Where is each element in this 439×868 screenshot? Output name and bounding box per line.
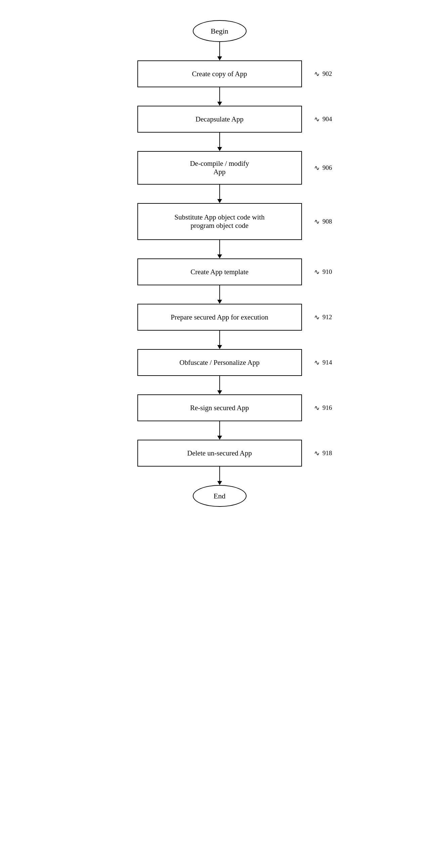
arrow-head-6 <box>217 345 222 349</box>
wavy-910: ∿ <box>314 268 320 276</box>
arrow-head-3 <box>217 199 222 203</box>
arrow-line-5 <box>220 285 220 300</box>
process-label-908: Substitute App object code with program … <box>174 213 264 230</box>
wavy-912: ∿ <box>314 313 320 321</box>
arrow-head-7 <box>217 391 222 394</box>
wavy-906: ∿ <box>314 164 320 172</box>
arrow-head-8 <box>217 436 222 440</box>
step-label-910: ∿ 910 <box>314 268 332 276</box>
process-box-912: Prepare secured App for execution <box>137 304 302 331</box>
process-label-918: Delete un-secured App <box>187 449 252 458</box>
wavy-904: ∿ <box>314 115 320 123</box>
arrow-3 <box>217 185 222 203</box>
step-label-918: ∿ 918 <box>314 449 332 457</box>
step-number-904: 904 <box>322 116 332 123</box>
process-box-910: Create App template <box>137 258 302 285</box>
process-box-916: Re-sign secured App <box>137 394 302 421</box>
arrow-head-0 <box>217 56 222 60</box>
step-wrapper-910: Create App template ∿ 910 <box>137 258 302 285</box>
arrow-head-9 <box>217 481 222 485</box>
arrow-2 <box>217 132 222 151</box>
process-box-918: Delete un-secured App <box>137 440 302 467</box>
arrow-line-2 <box>220 132 220 147</box>
process-box-914: Obfuscate / Personalize App <box>137 349 302 376</box>
step-number-908: 908 <box>322 218 332 225</box>
process-box-902: Create copy of App <box>137 60 302 87</box>
process-label-916: Re-sign secured App <box>190 404 249 412</box>
step-number-916: 916 <box>322 404 332 411</box>
process-label-912: Prepare secured App for execution <box>171 313 268 321</box>
process-label-906: De-compile / modify App <box>190 159 249 176</box>
arrow-line-6 <box>220 331 220 345</box>
process-box-906: De-compile / modify App <box>137 151 302 185</box>
wavy-918: ∿ <box>314 449 320 457</box>
step-wrapper-914: Obfuscate / Personalize App ∿ 914 <box>137 349 302 376</box>
step-label-914: ∿ 914 <box>314 359 332 367</box>
arrow-line-4 <box>220 240 220 254</box>
arrow-line-1 <box>220 87 220 102</box>
process-label-902: Create copy of App <box>192 70 247 78</box>
arrow-0 <box>217 42 222 60</box>
step-label-908: ∿ 908 <box>314 217 332 225</box>
arrow-line-8 <box>220 421 220 436</box>
step-number-912: 912 <box>322 313 332 321</box>
arrow-6 <box>217 331 222 349</box>
arrow-line-0 <box>220 42 220 56</box>
arrow-line-3 <box>220 185 220 199</box>
flowchart-container: Begin Create copy of App ∿ 902 Decapsula… <box>85 0 354 527</box>
arrow-1 <box>217 87 222 106</box>
wavy-914: ∿ <box>314 359 320 367</box>
step-wrapper-908: Substitute App object code with program … <box>137 203 302 240</box>
step-number-902: 902 <box>322 70 332 78</box>
process-box-904: Decapsulate App <box>137 106 302 132</box>
arrow-head-1 <box>217 102 222 106</box>
begin-oval: Begin <box>193 20 246 42</box>
arrow-line-7 <box>220 376 220 391</box>
step-label-916: ∿ 916 <box>314 404 332 412</box>
process-label-914: Obfuscate / Personalize App <box>179 359 260 367</box>
arrow-head-5 <box>217 300 222 304</box>
wavy-908: ∿ <box>314 217 320 225</box>
process-box-908: Substitute App object code with program … <box>137 203 302 240</box>
begin-label: Begin <box>211 27 228 36</box>
arrow-line-9 <box>220 467 220 481</box>
arrow-8 <box>217 421 222 440</box>
step-label-906: ∿ 906 <box>314 164 332 172</box>
step-label-902: ∿ 902 <box>314 70 332 78</box>
arrow-head-4 <box>217 254 222 258</box>
step-number-914: 914 <box>322 359 332 366</box>
arrow-5 <box>217 285 222 304</box>
arrow-9 <box>217 467 222 485</box>
step-wrapper-902: Create copy of App ∿ 902 <box>137 60 302 87</box>
end-label: End <box>214 492 225 500</box>
step-number-910: 910 <box>322 268 332 276</box>
end-oval: End <box>193 485 246 507</box>
process-label-910: Create App template <box>191 268 248 276</box>
arrow-4 <box>217 240 222 258</box>
step-wrapper-904: Decapsulate App ∿ 904 <box>137 106 302 132</box>
wavy-916: ∿ <box>314 404 320 412</box>
wavy-902: ∿ <box>314 70 320 78</box>
step-wrapper-912: Prepare secured App for execution ∿ 912 <box>137 304 302 331</box>
arrow-head-2 <box>217 147 222 151</box>
process-label-904: Decapsulate App <box>196 115 243 124</box>
step-wrapper-918: Delete un-secured App ∿ 918 <box>137 440 302 467</box>
step-number-918: 918 <box>322 450 332 457</box>
step-wrapper-916: Re-sign secured App ∿ 916 <box>137 394 302 421</box>
arrow-7 <box>217 376 222 394</box>
step-wrapper-906: De-compile / modify App ∿ 906 <box>137 151 302 185</box>
step-label-912: ∿ 912 <box>314 313 332 321</box>
step-label-904: ∿ 904 <box>314 115 332 123</box>
step-number-906: 906 <box>322 164 332 172</box>
